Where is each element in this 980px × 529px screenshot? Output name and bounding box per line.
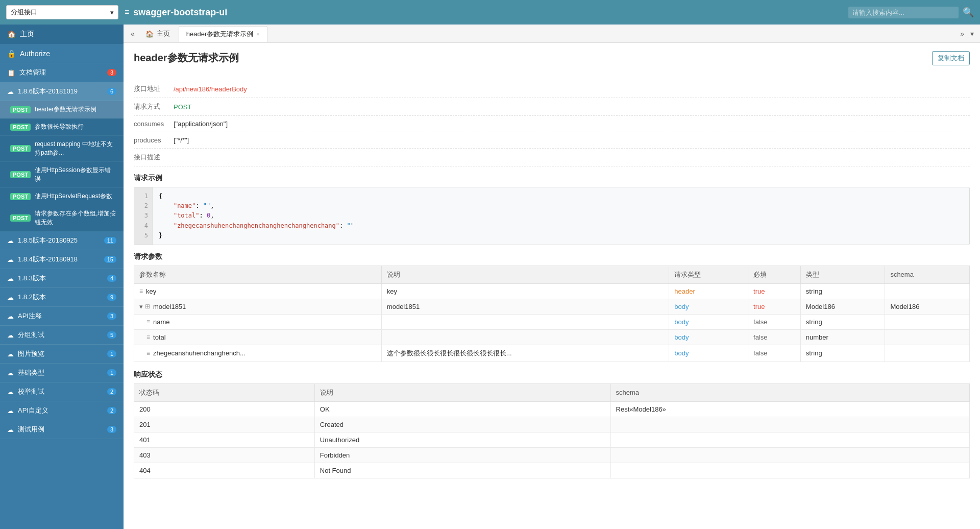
main-content: header参数无请求示例 复制文档 接口地址 /api/new186/head… xyxy=(124,43,980,529)
sidebar-v185-label: 1.8.5版本-20180925 xyxy=(18,236,78,245)
content-area: « 🏠 主页 header参数无请求示例 × » ▾ header参数无请求示例… xyxy=(124,25,980,529)
sidebar-api-item-4[interactable]: POST 使用HttpServletRequest参数 xyxy=(0,188,124,205)
consumes-value: ["application/json"] xyxy=(174,120,228,128)
method-row: 请求方式 POST xyxy=(134,98,970,116)
param-desc: 这个参数很长很长很长很长很长很长很长... xyxy=(381,345,669,362)
sidebar-api-item-5[interactable]: POST 请求参数存在多个数组,增加按钮无效 xyxy=(0,205,124,231)
home-tab-icon: 🏠 xyxy=(145,30,154,38)
sidebar-api-item-3[interactable]: POST 使用HttpSession参数显示错误 xyxy=(0,162,124,188)
sidebar-item-basic-types[interactable]: ☁ 基础类型 1 xyxy=(0,364,124,382)
sidebar-item-test-cases[interactable]: ☁ 测试用例 3 xyxy=(0,420,124,439)
doc-title: header参数无请求示例 xyxy=(134,51,239,65)
sidebar-item-v185[interactable]: ☁ 1.8.5版本-20180925 11 xyxy=(0,231,124,250)
sidebar-section-left: ☁ 基础类型 xyxy=(7,368,44,377)
search-input-wrap xyxy=(848,7,959,18)
method-value: POST xyxy=(174,103,191,111)
sidebar-item-api-custom[interactable]: ☁ API自定义 2 xyxy=(0,401,124,420)
status-code: 200 xyxy=(134,401,315,417)
doc-manage-icon: 📋 xyxy=(7,69,15,77)
group-test-badge: 5 xyxy=(107,331,116,339)
sidebar-section-left: ☁ 分组测试 xyxy=(7,330,44,340)
api-comment-badge: 3 xyxy=(107,312,116,320)
line-numbers: 12345 xyxy=(134,187,153,245)
sidebar-item-v186[interactable]: ☁ 1.8.6版本-20181019 6 xyxy=(0,82,124,101)
sidebar-api-list: POST header参数无请求示例 POST 参数很长导致执行 POST re… xyxy=(0,101,124,231)
sidebar-section-left: ☁ 1.8.2版本 xyxy=(7,293,46,302)
sidebar-item-v183[interactable]: ☁ 1.8.3版本 4 xyxy=(0,269,124,288)
tab-nav-prev[interactable]: « xyxy=(128,28,138,40)
sidebar: 🏠 主页 🔒 Authorize 📋 文档管理 3 ☁ 1.8.6版本-2018… xyxy=(0,25,124,529)
api-custom-badge: 2 xyxy=(107,407,116,414)
param-type: string xyxy=(800,345,885,362)
param-required: true xyxy=(748,283,801,299)
group-select-label: 分组接口 xyxy=(11,8,37,17)
image-preview-icon: ☁ xyxy=(7,350,14,358)
api-item-label-4: 使用HttpServletRequest参数 xyxy=(35,192,112,201)
param-desc xyxy=(381,329,669,345)
sidebar-api-item-1[interactable]: POST 参数很长导致执行 xyxy=(0,118,124,136)
basic-types-icon: ☁ xyxy=(7,369,14,377)
col-required: 必填 xyxy=(748,266,801,283)
copy-doc-button[interactable]: 复制文档 xyxy=(932,51,970,65)
consumes-row: consumes ["application/json"] xyxy=(134,116,970,132)
tab-active[interactable]: header参数无请求示例 × xyxy=(179,26,267,42)
method-badge-post: POST xyxy=(10,124,31,131)
api-item-label-2: request mapping 中地址不支持path参... xyxy=(35,140,116,157)
v185-badge: 11 xyxy=(104,237,116,244)
image-preview-badge: 1 xyxy=(107,350,116,357)
sidebar-item-image-preview[interactable]: ☁ 图片预览 1 xyxy=(0,345,124,364)
sidebar-v183-label: 1.8.3版本 xyxy=(18,274,46,283)
sidebar-section-left: ☁ 1.8.5版本-20180925 xyxy=(7,236,78,245)
table-row: ≡ key key header true string xyxy=(134,283,970,299)
produces-value: ["*/*"] xyxy=(174,136,189,144)
col-status-desc: 说明 xyxy=(314,383,610,401)
sidebar-v186-label: 1.8.6版本-20181019 xyxy=(18,87,78,96)
tab-home[interactable]: 🏠 主页 xyxy=(138,26,178,41)
chevron-down-icon: ▾ xyxy=(110,9,114,16)
main-layout: 🏠 主页 🔒 Authorize 📋 文档管理 3 ☁ 1.8.6版本-2018… xyxy=(0,25,980,529)
v182-badge: 9 xyxy=(107,294,116,301)
description-label: 接口描述 xyxy=(134,153,169,162)
tab-bar: « 🏠 主页 header参数无请求示例 × » ▾ xyxy=(124,25,980,43)
table-row: 201 Created xyxy=(134,417,970,432)
sidebar-item-authorize[interactable]: 🔒 Authorize xyxy=(0,44,124,63)
group-select[interactable]: 分组接口 ▾ xyxy=(6,5,118,19)
status-code: 201 xyxy=(134,417,315,432)
response-status-title: 响应状态 xyxy=(134,370,970,379)
sidebar-item-v184[interactable]: ☁ 1.8.4版本-20180918 15 xyxy=(0,250,124,269)
table-row: ≡ name body false string xyxy=(134,314,970,329)
app-title: ≡ swagger-bootstrap-ui xyxy=(125,7,842,18)
status-desc: Not Found xyxy=(314,463,610,478)
method-badge-post: POST xyxy=(10,145,31,152)
sidebar-item-v182[interactable]: ☁ 1.8.2版本 9 xyxy=(0,288,124,307)
search-input[interactable] xyxy=(852,9,954,16)
status-schema xyxy=(610,463,969,478)
search-icon[interactable]: 🔍 xyxy=(963,7,974,18)
model-icon: ⊞ xyxy=(145,303,150,310)
tab-close-icon[interactable]: × xyxy=(256,31,259,37)
sidebar-item-doc-manage[interactable]: 📋 文档管理 3 xyxy=(0,63,124,82)
param-schema xyxy=(885,329,970,345)
sidebar-item-group-test[interactable]: ☁ 分组测试 5 xyxy=(0,326,124,345)
tab-collapse-icon[interactable]: ▾ xyxy=(968,28,976,40)
tab-expand-icon[interactable]: » xyxy=(958,28,966,40)
param-desc: key xyxy=(381,283,669,299)
sidebar-item-home[interactable]: 🏠 主页 xyxy=(0,25,124,44)
sidebar-authorize-label: Authorize xyxy=(20,50,50,58)
sidebar-item-api-comment[interactable]: ☁ API注释 3 xyxy=(0,307,124,326)
table-row: 200 OK Rest«Model186» xyxy=(134,401,970,417)
test-lift-icon: ☁ xyxy=(7,388,14,396)
sidebar-api-item-0[interactable]: POST header参数无请求示例 xyxy=(0,101,124,118)
sidebar-section-left: ☁ 1.8.4版本-20180918 xyxy=(7,255,78,264)
produces-row: produces ["*/*"] xyxy=(134,132,970,149)
col-status-code: 状态码 xyxy=(134,383,315,401)
description-row: 接口描述 xyxy=(134,149,970,166)
tab-active-label: header参数无请求示例 xyxy=(186,30,253,39)
status-desc: Created xyxy=(314,417,610,432)
sidebar-api-item-2[interactable]: POST request mapping 中地址不支持path参... xyxy=(0,136,124,162)
api-item-label-3: 使用HttpSession参数显示错误 xyxy=(35,166,116,183)
expand-icon[interactable]: ▾ xyxy=(139,303,143,310)
sidebar-item-test-lift[interactable]: ☁ 校举测试 2 xyxy=(0,382,124,401)
sidebar-v182-label: 1.8.2版本 xyxy=(18,293,46,302)
code-block: 12345 { "name": "", "total": 0, "zhegeca… xyxy=(134,187,970,245)
